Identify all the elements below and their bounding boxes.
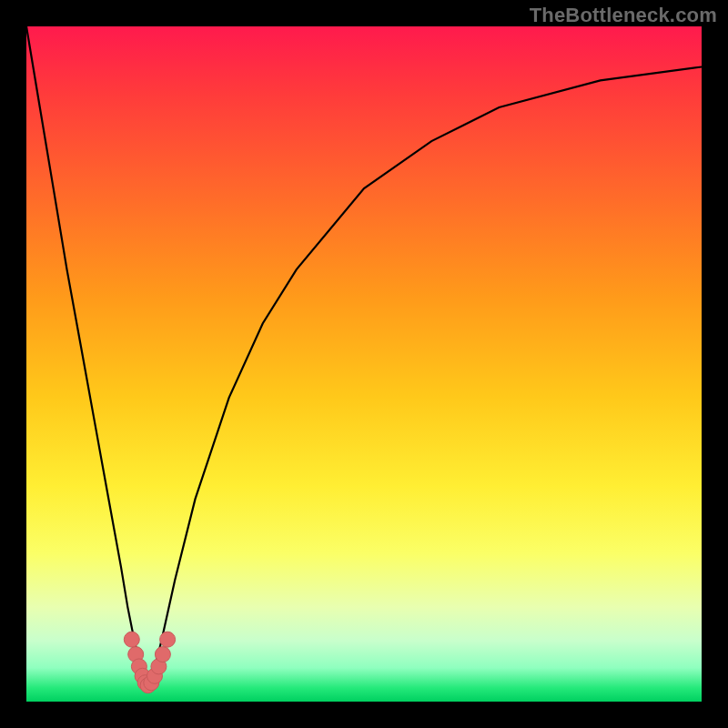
bottleneck-marker bbox=[124, 632, 139, 647]
chart-plot-area bbox=[26, 26, 702, 702]
bottleneck-marker bbox=[155, 647, 170, 662]
bottleneck-marker-group bbox=[124, 632, 175, 693]
bottleneck-curve-path bbox=[26, 26, 702, 688]
chart-frame: TheBottleneck.com bbox=[0, 0, 728, 728]
watermark-text: TheBottleneck.com bbox=[530, 4, 717, 27]
bottleneck-marker bbox=[160, 632, 176, 647]
bottleneck-curve-svg bbox=[26, 26, 702, 702]
